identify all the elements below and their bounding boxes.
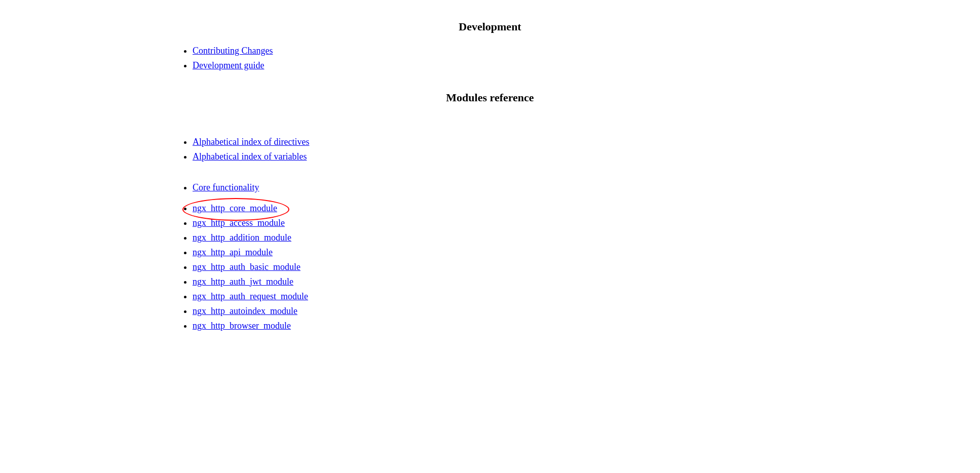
list-item: ngx_http_auth_basic_module — [193, 262, 980, 272]
list-item: ngx_http_addition_module — [193, 232, 980, 243]
list-item: Contributing Changes — [193, 46, 980, 56]
ngx-http-auth-basic-module-link[interactable]: ngx_http_auth_basic_module — [193, 262, 300, 272]
contributing-changes-link[interactable]: Contributing Changes — [193, 46, 273, 56]
development-section: Development Contributing Changes Develop… — [0, 20, 980, 71]
list-item: ngx_http_auth_request_module — [193, 291, 980, 302]
ngx-http-api-module-link[interactable]: ngx_http_api_module — [193, 247, 273, 257]
list-item: Development guide — [193, 60, 980, 71]
development-guide-link[interactable]: Development guide — [193, 60, 264, 70]
list-item: Core functionality — [193, 182, 980, 193]
core-functionality-link[interactable]: Core functionality — [193, 182, 259, 192]
module-links-list: ngx_http_core_module ngx_http_access_mod… — [193, 203, 980, 331]
modules-reference-heading: Modules reference — [0, 91, 980, 104]
index-links: Alphabetical index of directives Alphabe… — [193, 137, 980, 162]
ngx-http-auth-request-module-link[interactable]: ngx_http_auth_request_module — [193, 291, 308, 301]
ngx-http-browser-module-link[interactable]: ngx_http_browser_module — [193, 321, 291, 331]
list-item: ngx_http_autoindex_module — [193, 306, 980, 317]
list-item: ngx_http_access_module — [193, 218, 980, 228]
circled-item: ngx_http_core_module — [193, 203, 277, 214]
list-item: ngx_http_core_module — [193, 203, 980, 214]
list-item: Alphabetical index of variables — [193, 151, 980, 162]
list-item: ngx_http_browser_module — [193, 321, 980, 331]
development-heading: Development — [0, 20, 980, 33]
ngx-http-auth-jwt-module-link[interactable]: ngx_http_auth_jwt_module — [193, 277, 293, 287]
list-item: ngx_http_auth_jwt_module — [193, 277, 980, 287]
development-links: Contributing Changes Development guide — [193, 46, 980, 71]
ngx-http-autoindex-module-link[interactable]: ngx_http_autoindex_module — [193, 306, 297, 316]
ngx-http-access-module-link[interactable]: ngx_http_access_module — [193, 218, 285, 228]
core-functionality-list: Core functionality — [193, 182, 980, 193]
page-container: Development Contributing Changes Develop… — [0, 0, 980, 372]
ngx-http-core-module-link[interactable]: ngx_http_core_module — [193, 203, 277, 213]
alphabetical-directives-link[interactable]: Alphabetical index of directives — [193, 137, 309, 147]
ngx-http-addition-module-link[interactable]: ngx_http_addition_module — [193, 232, 291, 243]
list-item: Alphabetical index of directives — [193, 137, 980, 147]
alphabetical-variables-link[interactable]: Alphabetical index of variables — [193, 151, 307, 162]
list-item: ngx_http_api_module — [193, 247, 980, 258]
modules-reference-section: Modules reference Alphabetical index of … — [0, 91, 980, 331]
